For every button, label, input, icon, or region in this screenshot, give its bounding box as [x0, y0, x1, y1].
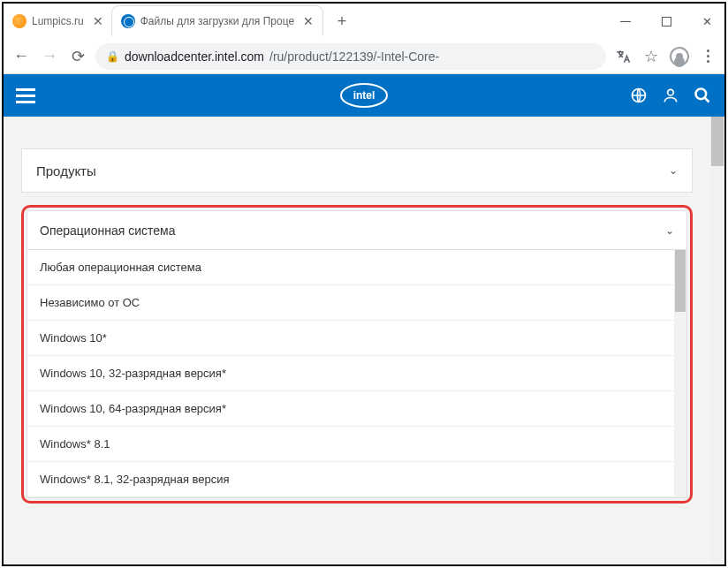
reload-button[interactable]: ⟳	[67, 46, 88, 67]
tab-intel-download[interactable]: Файлы для загрузки для Проце ✕	[112, 6, 322, 36]
products-filter-panel: Продукты ⌄	[21, 148, 693, 193]
os-option[interactable]: Независимо от ОС	[27, 285, 686, 321]
browser-titlebar: Lumpics.ru ✕ Файлы для загрузки для Проц…	[4, 4, 724, 39]
user-icon[interactable]	[661, 86, 680, 105]
address-bar: ← → ⟳ 🔒 downloadcenter.intel.com/ru/prod…	[4, 39, 724, 74]
chevron-down-icon: ⌄	[665, 224, 674, 237]
profile-button[interactable]	[670, 47, 689, 66]
site-header: intel	[4, 74, 724, 117]
os-option[interactable]: Windows* 8.1	[27, 427, 686, 462]
products-label: Продукты	[36, 163, 96, 178]
new-tab-button[interactable]: +	[330, 9, 354, 34]
products-filter-toggle[interactable]: Продукты ⌄	[22, 149, 692, 192]
maximize-button[interactable]	[654, 9, 679, 34]
favicon-intel	[121, 14, 135, 28]
os-option[interactable]: Windows 10*	[27, 321, 686, 356]
list-scrollbar[interactable]	[674, 250, 686, 497]
os-filter-panel: Операционная система ⌄ Любая операционна…	[27, 210, 687, 498]
close-icon[interactable]: ✕	[303, 14, 314, 28]
os-options-list: Любая операционная система Независимо от…	[27, 250, 686, 497]
svg-point-4	[696, 89, 707, 100]
tab-title: Lumpics.ru	[32, 15, 84, 27]
forward-button[interactable]: →	[39, 46, 60, 67]
back-button[interactable]: ←	[11, 46, 32, 67]
window-controls	[613, 4, 719, 39]
translate-icon[interactable]	[613, 47, 633, 66]
os-option[interactable]: Windows 10, 32-разрядная версия*	[27, 356, 686, 391]
os-label: Операционная система	[40, 223, 175, 238]
tab-title: Файлы для загрузки для Проце	[140, 15, 294, 27]
os-filter-toggle[interactable]: Операционная система ⌄	[27, 211, 686, 250]
url-input[interactable]: 🔒 downloadcenter.intel.com/ru/product/12…	[95, 43, 606, 70]
svg-text:intel: intel	[353, 89, 375, 102]
os-filter-highlight: Операционная система ⌄ Любая операционна…	[21, 205, 693, 504]
tab-lumpics[interactable]: Lumpics.ru ✕	[4, 6, 112, 36]
minimize-button[interactable]	[613, 9, 638, 34]
menu-icon[interactable]	[16, 88, 35, 103]
svg-point-3	[668, 89, 674, 95]
os-option[interactable]: Любая операционная система	[27, 250, 686, 285]
page-content: Продукты ⌄ Операционная система ⌄ Любая …	[4, 117, 724, 564]
page-scrollbar[interactable]	[710, 117, 724, 564]
url-path: /ru/product/122139/-Intel-Core-	[269, 49, 439, 64]
avatar-icon	[670, 47, 689, 66]
menu-button[interactable]	[698, 47, 717, 66]
close-window-button[interactable]	[694, 9, 719, 34]
os-option[interactable]: Windows 10, 64-разрядная версия*	[27, 391, 686, 427]
intel-logo[interactable]: intel	[339, 82, 389, 109]
os-option[interactable]: Windows* 8.1, 32-разрядная версия	[27, 462, 686, 497]
close-icon[interactable]: ✕	[93, 14, 103, 28]
favicon-lumpics	[12, 14, 27, 28]
lock-icon: 🔒	[106, 50, 119, 63]
search-icon[interactable]	[693, 86, 712, 105]
globe-icon[interactable]	[629, 86, 648, 105]
url-host: downloadcenter.intel.com	[125, 49, 264, 64]
chevron-down-icon: ⌄	[669, 164, 678, 177]
bookmark-icon[interactable]: ☆	[641, 47, 661, 66]
